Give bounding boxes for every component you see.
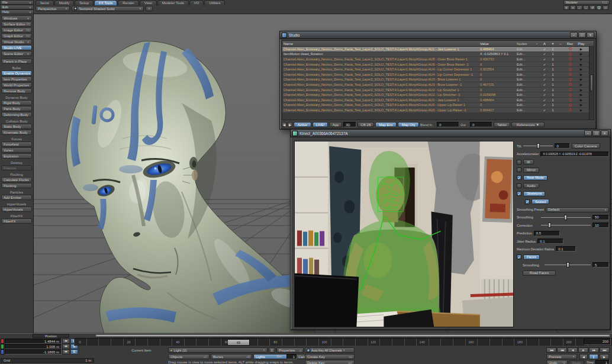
studio-footer-references[interactable]: References ▼: [511, 122, 545, 127]
minimize-button[interactable]: –: [584, 130, 592, 136]
kinect-video-feed[interactable]: [294, 141, 514, 327]
channel-value[interactable]: 0: [480, 73, 517, 76]
prediction-field[interactable]: 0.5: [534, 231, 560, 236]
maximize-button[interactable]: □: [592, 130, 600, 136]
zoom-icon[interactable]: Q: [596, 5, 602, 10]
play-toggle[interactable]: ▶: [576, 93, 587, 96]
record-toggle[interactable]: [564, 63, 576, 66]
shading-mode-dropdown[interactable]: Textured Shaded Solid ▼: [72, 6, 144, 11]
studio-titlebar[interactable]: Studio – □ ×: [280, 31, 596, 39]
file-menu[interactable]: File ▼: [0, 0, 34, 5]
play-toggle[interactable]: ▶: [576, 103, 587, 107]
nodes-edit-button[interactable]: Edit...: [517, 93, 533, 96]
delete-key-button[interactable]: Delete Key del: [305, 360, 355, 364]
play-toggle[interactable]: ▶: [576, 73, 587, 76]
tilt-slider-handle[interactable]: [537, 143, 540, 149]
item-list-button[interactable]: ≡: [269, 347, 275, 353]
checkbox-mirror[interactable]: [517, 167, 521, 172]
nodes-edit-button[interactable]: Edit...: [517, 108, 533, 112]
objects-button[interactable]: Objects+O: [168, 354, 210, 359]
active-check[interactable]: ✓: [540, 98, 549, 102]
nodes-edit-button[interactable]: Edit...: [517, 88, 533, 92]
channel-value[interactable]: 0: [480, 63, 517, 66]
next-frame-button[interactable]: |▶: [578, 347, 588, 353]
edit-menu[interactable]: Edit ▼: [0, 5, 34, 9]
move-icon[interactable]: +: [570, 5, 576, 10]
tilt-slider[interactable]: [523, 143, 553, 149]
end-frame-field[interactable]: 200: [584, 338, 611, 345]
active-check[interactable]: ✓: [540, 88, 549, 92]
channel-value[interactable]: 0: [480, 103, 517, 107]
channel-row[interactable]: ItemMotion Head_RotationX -0.0250863 Y 0…: [282, 52, 594, 57]
channel-value[interactable]: 0.904417: [480, 108, 517, 112]
studio-footer-tablet[interactable]: Tablet: [494, 122, 510, 127]
channel-row[interactable]: Channel:Alien_Emissary_Nevron_Demo_Facia…: [282, 103, 594, 108]
sidebar-item-world-properties[interactable]: World Properties: [1, 82, 32, 88]
nodes-edit-button[interactable]: Edit...: [517, 47, 533, 51]
tab-view[interactable]: View: [140, 0, 157, 5]
column-value[interactable]: Value: [480, 42, 517, 46]
active-check[interactable]: ✓: [540, 83, 549, 86]
studio-footer-[interactable]: ◀: [282, 122, 286, 127]
play-reverse-button[interactable]: ◀: [579, 354, 588, 359]
faces-smoothing-slider[interactable]: [545, 262, 591, 268]
y-nudge-stepper[interactable]: ◀▶: [62, 344, 70, 349]
column-active[interactable]: A: [540, 42, 549, 46]
alien-head-model[interactable]: [66, 41, 315, 333]
play-toggle[interactable]: ▶: [576, 108, 587, 112]
go-start-button[interactable]: |◀◀: [546, 347, 556, 353]
redo-button[interactable]: Redo: [569, 360, 584, 364]
record-toggle[interactable]: [564, 68, 576, 71]
z-nudge-stepper[interactable]: ◀▶: [62, 349, 70, 355]
smoothing-slider-handle[interactable]: [564, 215, 567, 220]
channel-value[interactable]: 0.488464: [480, 47, 517, 51]
frame-slider-handle[interactable]: 65: [227, 339, 250, 346]
record-toggle[interactable]: [564, 108, 576, 111]
studio-footer-active[interactable]: Active: [294, 122, 311, 127]
studio-footer-map-env[interactable]: Map Env: [375, 122, 397, 127]
channel-row[interactable]: Channel:Alien_Emissary_Nevron_Demo_Facia…: [282, 62, 594, 67]
faces-smoothing-handle[interactable]: [566, 262, 569, 268]
sidebar-item-calculate-flocks[interactable]: Calculate Flocks: [1, 177, 32, 182]
prev-key-button[interactable]: ◀◀: [557, 347, 567, 353]
toggle-audio[interactable]: Audio: [523, 183, 539, 188]
studio-footer-live[interactable]: LIVE!: [313, 122, 328, 127]
next-key-button[interactable]: ▶▶: [589, 347, 599, 353]
nodes-edit-button[interactable]: Edit...: [517, 103, 533, 107]
nodes-edit-button[interactable]: Edit...: [517, 63, 533, 66]
sidebar-item-item-properties[interactable]: Item Properties: [1, 76, 32, 82]
rotate-icon[interactable]: ↺: [590, 5, 595, 10]
correction-slider[interactable]: [541, 223, 591, 228]
checkbox-ir[interactable]: [517, 160, 521, 165]
toggle-skeletons[interactable]: Skeletons: [523, 191, 545, 197]
read-faces-button[interactable]: Read Faces: [523, 270, 556, 276]
studio-footer-0[interactable]: 0: [470, 122, 492, 127]
column-play[interactable]: Play: [576, 42, 587, 46]
smoothing-slider[interactable]: [541, 215, 591, 220]
tilt-value-field[interactable]: 0: [555, 143, 570, 149]
record-toggle[interactable]: [564, 83, 576, 86]
channel-row[interactable]: Channel:Alien_Emissary_Nevron_Demo_Facia…: [282, 67, 594, 72]
active-check[interactable]: ✓: [540, 73, 549, 76]
z-envelope-button[interactable]: E: [70, 349, 78, 355]
toggle-seated[interactable]: Seated: [532, 199, 549, 204]
toggle-faces[interactable]: Faces: [523, 255, 540, 260]
active-check[interactable]: ✓: [540, 52, 549, 56]
nodes-edit-button[interactable]: Edit...: [517, 83, 533, 86]
tab-modify[interactable]: Modify: [54, 0, 75, 5]
preview-dropdown[interactable]: Preview ▼: [546, 354, 577, 359]
viewport-mode-dropdown[interactable]: Perspective ▼: [36, 6, 70, 11]
create-key-button[interactable]: Create Key ret: [305, 354, 355, 359]
play-button[interactable]: ▶: [600, 354, 609, 359]
tab-modeler-tools[interactable]: Modeler Tools: [157, 0, 189, 5]
sidebar-item-add-emitter[interactable]: Add Emitter: [1, 195, 32, 200]
correction-value-field[interactable]: 10: [592, 223, 609, 228]
sidebar-item-parent-in-place[interactable]: Parent in Place: [1, 59, 32, 64]
channel-row[interactable]: Channel:Alien_Emissary_Nevron_Demo_Facia…: [282, 82, 594, 88]
studio-footer-map-obj[interactable]: Map Obj: [398, 122, 419, 127]
sidebar-item-scene-editor[interactable]: Scene Editor▼: [1, 51, 32, 56]
help-menu[interactable]: Help ▼: [0, 9, 34, 14]
maximize-icon[interactable]: □: [603, 5, 608, 10]
sidebar-item-static-body[interactable]: Static Body: [1, 124, 32, 129]
scrollbar-thumb[interactable]: [590, 75, 593, 91]
